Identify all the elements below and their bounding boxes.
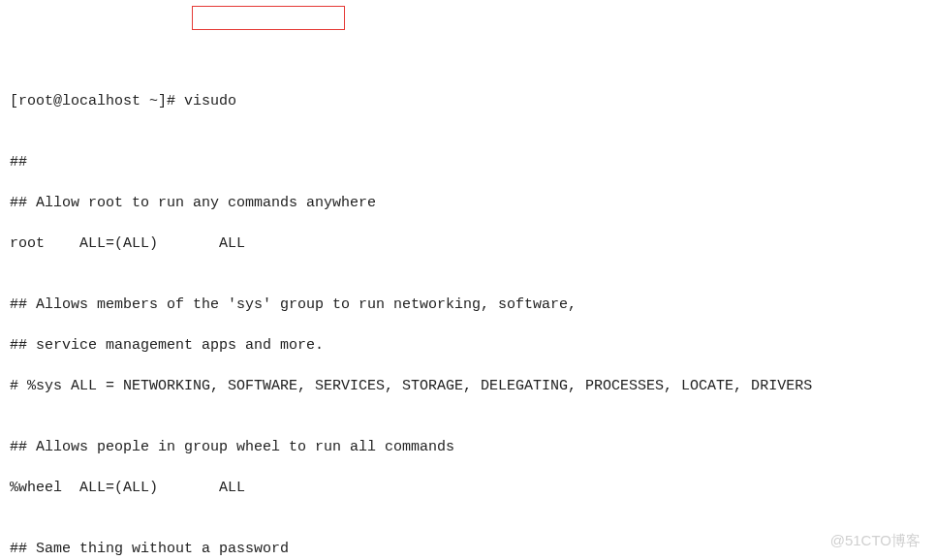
prompt-text: [root@localhost ~]# xyxy=(10,93,184,109)
file-line: ## Allows members of the 'sys' group to … xyxy=(10,295,926,315)
file-line: ## service management apps and more. xyxy=(10,335,926,356)
file-line: ## Same thing without a password xyxy=(10,539,926,559)
highlight-annotation xyxy=(192,6,345,30)
file-line: # %sys ALL = NETWORKING, SOFTWARE, SERVI… xyxy=(10,376,926,396)
file-line: %wheel ALL=(ALL) ALL xyxy=(10,478,926,498)
file-line: ## Allow root to run any commands anywhe… xyxy=(10,193,926,213)
file-line: ## Allows people in group wheel to run a… xyxy=(10,437,926,457)
prompt-line: [root@localhost ~]# visudo xyxy=(10,91,926,111)
watermark-text: @51CTO博客 xyxy=(830,530,920,550)
file-line: ## xyxy=(10,152,926,172)
command-input[interactable]: visudo xyxy=(184,93,236,109)
file-line: root ALL=(ALL) ALL xyxy=(10,233,926,254)
